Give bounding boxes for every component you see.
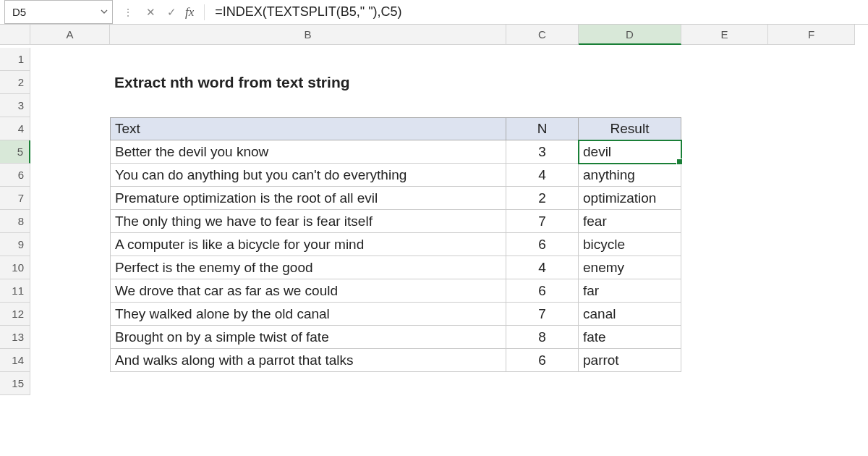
cell-A14[interactable] — [30, 349, 110, 372]
name-box[interactable]: D5 — [4, 0, 113, 24]
cell-E13[interactable] — [681, 326, 768, 349]
cell-A11[interactable] — [30, 279, 110, 303]
row-header-12[interactable]: 12 — [0, 303, 30, 326]
cell-D15[interactable] — [579, 372, 681, 395]
cell-A15[interactable] — [30, 372, 110, 395]
row-header-13[interactable]: 13 — [0, 326, 30, 349]
cell-F4[interactable] — [768, 117, 855, 140]
result-cell[interactable]: bicycle — [579, 233, 681, 256]
result-cell[interactable]: far — [579, 279, 681, 303]
row-header-4[interactable]: 4 — [0, 117, 30, 140]
column-header-A[interactable]: A — [30, 25, 110, 45]
cell-E14[interactable] — [681, 349, 768, 372]
row-header-7[interactable]: 7 — [0, 187, 30, 210]
cell-B15[interactable] — [110, 372, 506, 395]
cancel-icon[interactable]: ✕ — [140, 6, 161, 19]
row-header-8[interactable]: 8 — [0, 210, 30, 233]
cell-B3[interactable] — [110, 94, 506, 117]
cell-E12[interactable] — [681, 303, 768, 326]
cell-E7[interactable] — [681, 187, 768, 210]
row-header-9[interactable]: 9 — [0, 233, 30, 256]
cell-C15[interactable] — [506, 372, 579, 395]
cell-E2[interactable] — [681, 71, 768, 94]
cell-A1[interactable] — [30, 48, 110, 71]
n-cell[interactable]: 3 — [506, 140, 579, 164]
name-box-dropdown-icon[interactable] — [101, 7, 112, 17]
row-header-15[interactable]: 15 — [0, 372, 30, 395]
n-cell[interactable]: 8 — [506, 326, 579, 349]
cell-F1[interactable] — [768, 48, 855, 71]
cell-E15[interactable] — [681, 372, 768, 395]
cell-E6[interactable] — [681, 164, 768, 187]
cell-F10[interactable] — [768, 256, 855, 279]
cell-A2[interactable] — [30, 71, 110, 94]
cell-F6[interactable] — [768, 164, 855, 187]
text-cell[interactable]: You can do anything but you can't do eve… — [110, 164, 506, 187]
cell-A5[interactable] — [30, 140, 110, 164]
text-cell[interactable]: A computer is like a bicycle for your mi… — [110, 233, 506, 256]
cell-F7[interactable] — [768, 187, 855, 210]
cell-F14[interactable] — [768, 349, 855, 372]
cell-C2[interactable] — [506, 71, 579, 94]
cell-E3[interactable] — [681, 94, 768, 117]
n-cell[interactable]: 4 — [506, 164, 579, 187]
row-header-14[interactable]: 14 — [0, 349, 30, 372]
cell-A7[interactable] — [30, 187, 110, 210]
row-header-2[interactable]: 2 — [0, 71, 30, 94]
text-cell[interactable]: Brought on by a simple twist of fate — [110, 326, 506, 349]
cell-E9[interactable] — [681, 233, 768, 256]
cell-E11[interactable] — [681, 279, 768, 303]
column-header-B[interactable]: B — [110, 25, 506, 45]
confirm-icon[interactable]: ✓ — [161, 6, 182, 19]
result-cell[interactable]: parrot — [579, 349, 681, 372]
cell-D1[interactable] — [579, 48, 681, 71]
row-header-10[interactable]: 10 — [0, 256, 30, 279]
n-cell[interactable]: 7 — [506, 210, 579, 233]
result-cell[interactable]: devil — [579, 140, 681, 164]
cell-E5[interactable] — [681, 140, 768, 164]
cell-A4[interactable] — [30, 117, 110, 140]
cell-A10[interactable] — [30, 256, 110, 279]
column-header-F[interactable]: F — [768, 25, 855, 45]
table-header-result[interactable]: Result — [579, 117, 681, 140]
page-title[interactable]: Extract nth word from text string — [110, 71, 506, 94]
table-header-text[interactable]: Text — [110, 117, 506, 140]
cell-C1[interactable] — [506, 48, 579, 71]
cell-C3[interactable] — [506, 94, 579, 117]
n-cell[interactable]: 4 — [506, 256, 579, 279]
row-header-1[interactable]: 1 — [0, 48, 30, 71]
text-cell[interactable]: And walks along with a parrot that talks — [110, 349, 506, 372]
column-header-E[interactable]: E — [681, 25, 768, 45]
result-cell[interactable]: optimization — [579, 187, 681, 210]
cell-F8[interactable] — [768, 210, 855, 233]
cell-F15[interactable] — [768, 372, 855, 395]
cell-E8[interactable] — [681, 210, 768, 233]
cell-F12[interactable] — [768, 303, 855, 326]
n-cell[interactable]: 6 — [506, 349, 579, 372]
text-cell[interactable]: Perfect is the enemy of the good — [110, 256, 506, 279]
cell-E1[interactable] — [681, 48, 768, 71]
cell-F2[interactable] — [768, 71, 855, 94]
text-cell[interactable]: Better the devil you know — [110, 140, 506, 164]
result-cell[interactable]: fate — [579, 326, 681, 349]
cell-F11[interactable] — [768, 279, 855, 303]
text-cell[interactable]: The only thing we have to fear is fear i… — [110, 210, 506, 233]
text-cell[interactable]: Premature optimization is the root of al… — [110, 187, 506, 210]
column-header-D[interactable]: D — [579, 25, 681, 45]
cell-F13[interactable] — [768, 326, 855, 349]
result-cell[interactable]: anything — [579, 164, 681, 187]
cell-E4[interactable] — [681, 117, 768, 140]
row-header-3[interactable]: 3 — [0, 94, 30, 117]
cell-F5[interactable] — [768, 140, 855, 164]
result-cell[interactable]: enemy — [579, 256, 681, 279]
cell-F9[interactable] — [768, 233, 855, 256]
n-cell[interactable]: 6 — [506, 233, 579, 256]
cell-A13[interactable] — [30, 326, 110, 349]
row-header-5[interactable]: 5 — [0, 140, 30, 164]
column-header-C[interactable]: C — [506, 25, 579, 45]
text-cell[interactable]: They walked alone by the old canal — [110, 303, 506, 326]
formula-input[interactable]: =INDEX(TEXTSPLIT(B5," "),C5) — [208, 4, 401, 20]
text-cell[interactable]: We drove that car as far as we could — [110, 279, 506, 303]
result-cell[interactable]: canal — [579, 303, 681, 326]
cell-D3[interactable] — [579, 94, 681, 117]
